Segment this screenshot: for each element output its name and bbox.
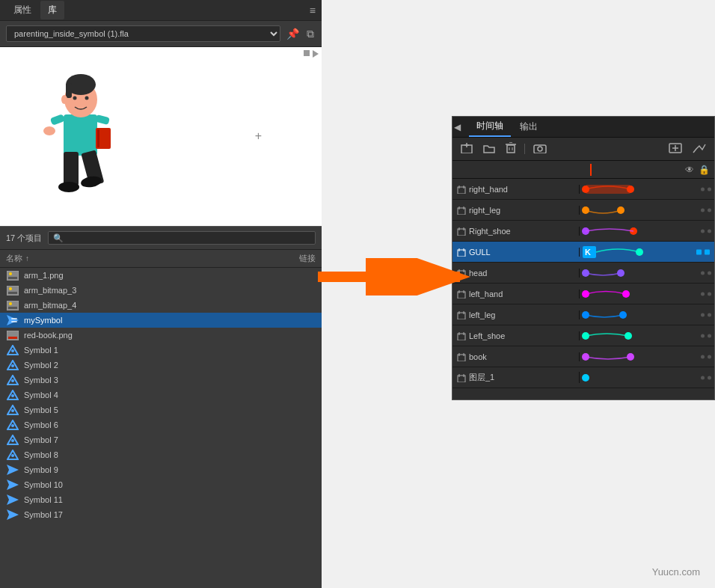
layer-type-icon	[457, 206, 466, 215]
list-item[interactable]: Symbol 11	[0, 492, 322, 507]
layer-frames-left-hand[interactable]	[580, 284, 714, 304]
item-count: 17 个项目	[6, 233, 42, 244]
pin-icon[interactable]: 📌	[285, 26, 301, 41]
layer-frames-gull[interactable]: K	[580, 242, 714, 262]
list-item[interactable]: arm_bitmap_3	[0, 283, 322, 298]
svg-rect-0	[64, 114, 97, 156]
layer-name-gull[interactable]: GULL	[452, 248, 580, 257]
layer-name-book[interactable]: book	[452, 352, 580, 361]
layer-name-left-shoe[interactable]: Left_shoe	[452, 331, 580, 340]
list-item[interactable]: Symbol 4	[0, 388, 322, 402]
library-items-list: arm_1.png arm_bitmap_3 arm_bitmap_4 mySy…	[0, 268, 322, 588]
bitmap-icon	[6, 285, 19, 295]
panel-menu-icon[interactable]: ≡	[310, 4, 316, 16]
layer-name-left-leg[interactable]: left_leg	[452, 310, 580, 319]
list-item[interactable]: Symbol 10	[0, 477, 322, 492]
canvas-controls	[304, 50, 319, 58]
layer-row: left_hand	[452, 284, 714, 304]
list-item[interactable]: arm_bitmap_4	[0, 298, 322, 313]
layer-frames-book[interactable]	[580, 346, 714, 367]
item-name: mySymbol	[24, 316, 62, 325]
lock-icon[interactable]: 🔒	[699, 165, 710, 175]
canvas-play-btn[interactable]	[313, 50, 319, 58]
layer-frames-head[interactable]	[580, 263, 714, 283]
list-item[interactable]: red-book.png	[0, 328, 322, 343]
svg-marker-46	[7, 465, 19, 475]
tab-output[interactable]: 输出	[512, 117, 545, 136]
layer-type-icon	[457, 373, 466, 382]
add-btn[interactable]	[666, 141, 684, 157]
item-name: Symbol 4	[24, 391, 58, 399]
bitmap-icon	[6, 330, 19, 340]
new-folder-btn[interactable]	[481, 141, 497, 157]
library-panel: 属性 库 ≡ parenting_inside_symbol (1).fla 📌…	[0, 0, 322, 588]
list-item[interactable]: Symbol 5	[0, 402, 322, 417]
layer-frames-right-hand[interactable]	[580, 179, 714, 199]
svg-point-33	[11, 364, 14, 367]
svg-point-41	[11, 424, 14, 427]
list-item[interactable]: Symbol 17	[0, 507, 322, 522]
watermark: Yuucn.com	[652, 566, 700, 578]
layer-name-right-leg[interactable]: right_leg	[452, 206, 580, 215]
symbol-anim-icon	[6, 480, 19, 490]
list-item[interactable]: Symbol 6	[0, 417, 322, 432]
layer-name-left-hand[interactable]: left_hand	[452, 290, 580, 298]
svg-point-35	[11, 379, 14, 382]
layer-type-icon	[457, 248, 466, 257]
layer-row: 图层_1	[452, 367, 714, 388]
frames-column-header	[580, 164, 685, 176]
layer-dots	[701, 187, 714, 191]
graph-btn[interactable]	[690, 141, 708, 157]
list-item[interactable]: Symbol 7	[0, 432, 322, 447]
camera-btn[interactable]	[531, 141, 549, 157]
layer-frames-layer1[interactable]	[580, 367, 714, 388]
list-item[interactable]: Symbol 3	[0, 373, 322, 388]
item-name: Symbol 17	[24, 510, 63, 519]
layer-dots	[701, 313, 714, 316]
layer-name-layer1[interactable]: 图层_1	[452, 372, 580, 383]
layer-frames-left-leg[interactable]	[580, 304, 714, 325]
layer-dots	[701, 376, 714, 379]
list-item[interactable]: Symbol 9	[0, 462, 322, 477]
item-name: arm_1.png	[24, 271, 64, 280]
item-name: Symbol 10	[24, 480, 63, 489]
layer-name-right-hand[interactable]: right_hand	[452, 185, 580, 194]
layer-row: Right_shoe	[452, 221, 714, 242]
file-selector[interactable]: parenting_inside_symbol (1).fla	[6, 25, 280, 42]
svg-point-31	[11, 349, 14, 352]
timeline-panel: ◀ 时间轴 输出 👁 🔒	[452, 116, 715, 400]
tab-properties[interactable]: 属性	[6, 1, 39, 19]
search-input[interactable]	[48, 231, 316, 245]
list-item[interactable]: arm_1.png	[0, 268, 322, 283]
layer-type-icon	[457, 227, 466, 236]
svg-point-5	[85, 97, 89, 100]
new-layer-btn[interactable]	[458, 141, 475, 157]
canvas-stop-btn[interactable]	[304, 50, 310, 56]
list-item[interactable]: Symbol 8	[0, 447, 322, 462]
layer-name-head[interactable]: head	[452, 269, 580, 278]
svg-point-61	[538, 147, 542, 151]
item-name: Symbol 7	[24, 435, 58, 444]
layer-frames-right-shoe[interactable]	[580, 221, 714, 241]
svg-rect-19	[7, 286, 19, 295]
tab-library[interactable]: 库	[40, 1, 64, 19]
collapse-icon[interactable]: ◀	[454, 122, 461, 132]
delete-layer-btn[interactable]	[503, 141, 518, 157]
new-window-icon[interactable]: ⧉	[305, 26, 316, 42]
layer-name-right-shoe[interactable]: Right_shoe	[452, 227, 580, 236]
list-item[interactable]: Symbol 2	[0, 358, 322, 373]
layer-dots	[701, 271, 714, 275]
file-bar: parenting_inside_symbol (1).fla 📌 ⧉	[0, 21, 322, 47]
visibility-icon[interactable]: 👁	[685, 165, 694, 175]
bitmap-icon	[6, 270, 19, 281]
list-item[interactable]: Symbol 1	[0, 343, 322, 358]
layer-row: GULL K	[452, 242, 714, 263]
svg-point-4	[73, 97, 77, 100]
layer-dots	[701, 292, 714, 295]
timeline-header: 👁 🔒	[452, 161, 714, 179]
tab-timeline[interactable]: 时间轴	[469, 117, 511, 137]
layer-frames-right-leg[interactable]	[580, 200, 714, 220]
svg-text:K: K	[585, 248, 591, 257]
list-item[interactable]: mySymbol	[0, 313, 322, 328]
layer-frames-left-shoe[interactable]	[580, 325, 714, 346]
